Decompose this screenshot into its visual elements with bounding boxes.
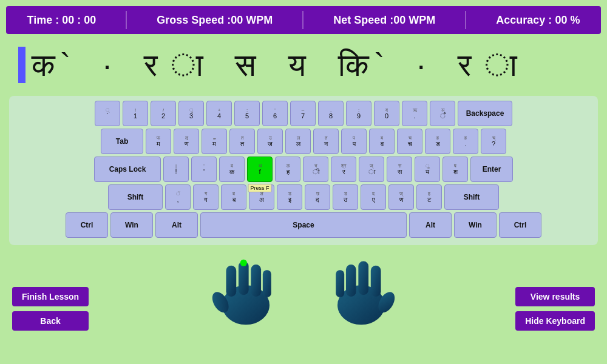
key-6[interactable]: '6 — [262, 101, 288, 126]
key-shift-right[interactable]: Shift — [444, 184, 499, 210]
key-bracket-open[interactable]: हड — [425, 129, 450, 154]
key-equals[interactable]: ञँ — [430, 101, 455, 126]
key-ctrl-right[interactable]: Ctrl — [499, 212, 541, 238]
svg-rect-10 — [346, 265, 356, 297]
key-z[interactable]: ॅ, — [165, 184, 191, 210]
key-x[interactable]: गग — [193, 184, 219, 210]
key-r[interactable]: तत — [229, 129, 255, 154]
key-i[interactable]: पप — [341, 129, 367, 154]
svg-rect-6 — [263, 270, 271, 297]
net-speed-stat: Net Speed :00 WPM — [333, 14, 435, 27]
text-display-area: क` · र ा स य कि` · र ा — [9, 40, 598, 90]
key-l[interactable]: सस — [387, 157, 412, 182]
key-capslock[interactable]: Caps Lock — [94, 157, 161, 182]
key-ctrl-left[interactable]: Ctrl — [66, 212, 108, 238]
hide-keyboard-button[interactable]: Hide Keyboard — [515, 311, 595, 331]
key-5[interactable]: :5 — [234, 101, 260, 126]
key-w[interactable]: ऌण — [174, 129, 199, 154]
key-u[interactable]: तन — [313, 129, 339, 154]
key-shift-left[interactable]: Shift — [108, 184, 163, 210]
key-alt-right[interactable]: Alt — [409, 212, 452, 238]
time-stat: Time : 00 : 00 — [27, 14, 96, 27]
key-s[interactable]: '' — [191, 157, 217, 182]
key-8[interactable]: ,8 — [318, 101, 344, 126]
key-n[interactable]: छद — [305, 184, 330, 210]
bottom-right-buttons: View results Hide Keyboard — [515, 287, 595, 331]
back-button[interactable]: Back — [12, 311, 89, 331]
svg-rect-5 — [251, 265, 261, 297]
key-row-1: ्` !1 /2 ृ3 +4 :5 '6 –7 ,8 ;9 द0 ऋ. ञँ B… — [14, 101, 593, 126]
key-row-4: Shift ॅ, गग बब अअ डइ छद डउ दए ज्ण हट Shi… — [14, 184, 593, 210]
key-y[interactable]: लल — [285, 129, 311, 154]
view-results-button[interactable]: View results — [515, 287, 595, 306]
key-m[interactable]: डउ — [333, 184, 358, 210]
svg-rect-11 — [358, 261, 368, 295]
key-9[interactable]: ;9 — [346, 101, 371, 126]
key-backslash[interactable]: च्? — [481, 129, 506, 154]
key-g[interactable]: ळह — [275, 157, 300, 182]
key-q[interactable]: फम — [146, 129, 171, 154]
key-backtick[interactable]: ्` — [95, 101, 120, 126]
key-win-right[interactable]: Win — [454, 212, 497, 238]
typing-text: क` · र ा स य कि` · र ा — [32, 46, 522, 84]
key-b[interactable]: डइ — [277, 184, 302, 210]
key-f[interactable]: थf Press F — [247, 157, 273, 182]
keyboard: ्` !1 /2 ृ3 +4 :5 '6 –7 ,8 ;9 द0 ऋ. ञँ B… — [9, 96, 598, 245]
stats-bar: Time : 00 : 00 Gross Speed :00 WPM Net S… — [6, 6, 601, 34]
key-a[interactable]: |! — [163, 157, 189, 182]
key-alt-left[interactable]: Alt — [155, 212, 198, 238]
key-row-5: Ctrl Win Alt Space Alt Win Ctrl — [14, 212, 593, 238]
key-h[interactable]: भी — [303, 157, 328, 182]
cursor-block — [18, 47, 25, 83]
key-row-2: Tab फम ऌण ₘम तत उज लल तन पप बव चच हड ह. … — [14, 129, 593, 154]
key-semicolon[interactable]: ूय — [415, 157, 440, 182]
key-slash[interactable]: हट — [416, 184, 442, 210]
bottom-left-buttons: Finish Lesson Back — [12, 287, 89, 331]
key-backspace[interactable]: Backspace — [458, 101, 512, 126]
key-t[interactable]: उज — [257, 129, 283, 154]
key-1[interactable]: !1 — [123, 101, 148, 126]
key-period[interactable]: ज्ण — [388, 184, 414, 210]
key-win-left[interactable]: Win — [110, 212, 153, 238]
key-quote[interactable]: षश — [443, 157, 468, 182]
key-7[interactable]: –7 — [290, 101, 316, 126]
press-f-tooltip: Press F — [248, 184, 271, 192]
key-comma[interactable]: दए — [361, 184, 386, 210]
svg-rect-9 — [336, 270, 344, 297]
svg-point-4 — [240, 260, 247, 266]
finish-lesson-button[interactable]: Finish Lesson — [12, 287, 89, 306]
key-o[interactable]: बव — [369, 129, 395, 154]
key-row-3: Caps Lock |! '' वक थf Press F ळह भी श्रर… — [14, 157, 593, 182]
key-3[interactable]: ृ3 — [178, 101, 204, 126]
key-c[interactable]: बब — [221, 184, 246, 210]
key-bracket-close[interactable]: ह. — [453, 129, 478, 154]
key-4[interactable]: +4 — [206, 101, 232, 126]
key-0[interactable]: द0 — [374, 101, 399, 126]
key-j[interactable]: श्रर — [331, 157, 356, 182]
svg-rect-12 — [371, 266, 381, 297]
key-k[interactable]: ज्ा — [359, 157, 384, 182]
accuracy-stat: Accuracy : 00 % — [496, 14, 580, 27]
key-tab[interactable]: Tab — [101, 129, 143, 154]
key-2[interactable]: /2 — [151, 101, 176, 126]
key-p[interactable]: चच — [397, 129, 422, 154]
svg-rect-2 — [226, 266, 237, 297]
key-e[interactable]: ₘम — [202, 129, 227, 154]
left-hand — [206, 249, 285, 328]
key-d[interactable]: वक — [219, 157, 245, 182]
gross-speed-stat: Gross Speed :00 WPM — [157, 14, 273, 27]
key-minus[interactable]: ऋ. — [402, 101, 427, 126]
hands-area — [206, 249, 401, 328]
key-space[interactable]: Space — [200, 212, 407, 238]
right-hand — [322, 249, 401, 328]
key-enter[interactable]: Enter — [470, 157, 513, 182]
